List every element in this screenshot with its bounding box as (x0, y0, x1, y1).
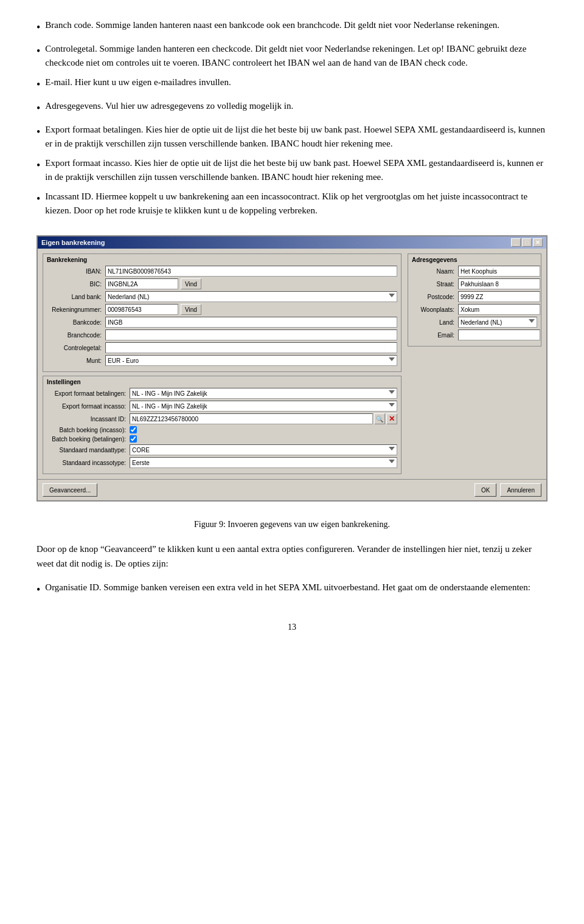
list-item: • Organisatie ID. Sommige banken vereise… (36, 581, 548, 598)
land-bank-select[interactable]: Nederland (NL) (105, 291, 397, 302)
branchcode-label: Branchcode: (47, 332, 102, 339)
rekeningnummer-label: Rekeningnummer: (47, 306, 102, 313)
controlegetal-row: Controlegetal: (47, 342, 397, 353)
list-item: • Export formaat betalingen. Kies hier d… (36, 123, 548, 150)
close-button[interactable]: ✕ (533, 238, 543, 247)
geavanceerd-button[interactable]: Geavanceerd... (43, 483, 97, 497)
export-betalingen-select[interactable]: NL - ING - Mijn ING Zakelijk (130, 388, 397, 399)
body-paragraph: Door op de knop “Geavanceerd” te klikken… (36, 542, 548, 571)
batch-incasso-label: Batch boeking (incasso): (47, 427, 126, 433)
bankrekening-group: Bankrekening IBAN: BIC: Vind Land bank: (43, 253, 401, 372)
iban-label: IBAN: (47, 268, 102, 275)
adresgegevens-group: Adresgegevens Naam: Straat: Postcode: (408, 253, 541, 346)
bullet-text: Organisatie ID. Sommige banken vereisen … (45, 581, 548, 595)
standaard-incassotype-select[interactable]: Eerste (130, 457, 397, 468)
land-bank-row: Land bank: Nederland (NL) (47, 291, 397, 302)
bullet-text: Incassant ID. Hiermee koppelt u uw bankr… (45, 190, 548, 217)
titlebar-buttons: _ □ ✕ (511, 238, 543, 247)
batch-betalingen-row: Batch boeking (betalingen): (47, 435, 397, 443)
bullet-icon: • (36, 77, 40, 93)
bullet-icon: • (36, 43, 40, 60)
dialog-left-panel: Bankrekening IBAN: BIC: Vind Land bank: (43, 253, 401, 474)
woonplaats-label: Woonplaats: (412, 306, 454, 313)
land-label: Land: (412, 319, 454, 326)
iban-row: IBAN: (47, 266, 397, 277)
iban-input[interactable] (105, 266, 397, 277)
standaard-incassotype-label: Standaard incassotype: (47, 460, 126, 466)
bullet-list: • Branch code. Sommige landen hanteren n… (36, 18, 548, 217)
woonplaats-row: Woonplaats: (412, 304, 537, 315)
rekeningnummer-input[interactable] (105, 304, 178, 315)
page-content: • Branch code. Sommige landen hanteren n… (36, 18, 548, 632)
list-item: • Export formaat incasso. Kies hier de o… (36, 156, 548, 184)
standaard-mandaattype-select[interactable]: CORE (130, 444, 397, 455)
batch-betalingen-checkbox[interactable] (130, 435, 137, 443)
bullet-icon: • (36, 124, 40, 140)
naam-input[interactable] (458, 266, 540, 277)
incassant-id-label: Incassant ID: (47, 416, 126, 422)
bullet-icon: • (36, 19, 40, 36)
bullet-icon: • (36, 191, 40, 207)
bic-input[interactable] (105, 278, 178, 289)
standaard-mandaattype-row: Standaard mandaattype: CORE (47, 444, 397, 455)
batch-incasso-row: Batch boeking (incasso): (47, 426, 397, 433)
controlegetal-label: Controlegetal: (47, 345, 102, 351)
dialog-titlebar: Eigen bankrekening _ □ ✕ (38, 236, 546, 249)
bullet-text: Adresgegevens. Vul hier uw adresgegevens… (45, 99, 548, 113)
minimize-button[interactable]: _ (511, 238, 521, 247)
branchcode-input[interactable] (105, 329, 397, 340)
list-item: • Controlegetal. Sommige landen hanteren… (36, 42, 548, 69)
standaard-incassotype-row: Standaard incassotype: Eerste (47, 457, 397, 468)
annuleren-button[interactable]: Annuleren (500, 483, 541, 497)
list-item: • Branch code. Sommige landen hanteren n… (36, 18, 548, 36)
batch-incasso-checkbox[interactable] (130, 426, 137, 433)
maximize-button[interactable]: □ (522, 238, 532, 247)
eigen-bankrekening-dialog: Eigen bankrekening _ □ ✕ Bankrekening IB… (36, 235, 548, 502)
bullet-text: Branch code. Sommige landen hanteren naa… (45, 18, 548, 32)
bankcode-input[interactable] (105, 317, 397, 328)
bullet-text: Controlegetal. Sommige landen hanteren e… (45, 42, 548, 69)
bullet-icon: • (36, 100, 40, 117)
page-number: 13 (36, 622, 548, 632)
rekeningnummer-find-button[interactable]: Vind (181, 304, 201, 315)
rekeningnummer-row: Rekeningnummer: Vind (47, 304, 397, 315)
bullet-icon: • (36, 582, 40, 598)
bullet-icon: • (36, 157, 40, 174)
bic-find-button[interactable]: Vind (181, 278, 201, 289)
land-select[interactable]: Nederland (NL) (458, 317, 537, 328)
incassant-search-button[interactable]: 🔍 (374, 413, 385, 424)
incassant-clear-button[interactable]: ✕ (386, 413, 397, 424)
export-incasso-row: Export formaat incasso: NL - ING - Mijn … (47, 401, 397, 412)
figure-caption: Figuur 9: Invoeren gegevens van uw eigen… (36, 520, 548, 529)
bullet-text: Export formaat betalingen. Kies hier de … (45, 123, 548, 150)
woonplaats-input[interactable] (458, 304, 540, 315)
postcode-label: Postcode: (412, 294, 454, 300)
email-row: Email: (412, 329, 537, 340)
dialog-footer: Geavanceerd... OK Annuleren (38, 479, 546, 500)
export-incasso-select[interactable]: NL - ING - Mijn ING Zakelijk (130, 401, 397, 412)
footer-left: Geavanceerd... (43, 483, 97, 497)
land-bank-label: Land bank: (47, 294, 102, 300)
email-input[interactable] (458, 329, 540, 340)
instellingen-group: Instellingen Export formaat betalingen: … (43, 376, 401, 474)
controlegetal-input[interactable] (105, 342, 397, 353)
incassant-id-row: Incassant ID: 🔍 ✕ (47, 413, 397, 424)
email-label: Email: (412, 332, 454, 339)
dialog-right-panel: Adresgegevens Naam: Straat: Postcode: (408, 253, 541, 474)
ok-button[interactable]: OK (474, 483, 496, 497)
incassant-id-input[interactable] (130, 413, 373, 424)
batch-betalingen-label: Batch boeking (betalingen): (47, 436, 126, 443)
naam-row: Naam: (412, 266, 537, 277)
munt-row: Munt: EUR - Euro (47, 355, 397, 366)
bullet-list-2: • Organisatie ID. Sommige banken vereise… (36, 581, 548, 598)
munt-select[interactable]: EUR - Euro (105, 355, 397, 366)
dialog-body: Bankrekening IBAN: BIC: Vind Land bank: (38, 249, 546, 479)
bankcode-label: Bankcode: (47, 319, 102, 326)
export-incasso-label: Export formaat incasso: (47, 403, 126, 410)
straat-input[interactable] (458, 278, 540, 289)
bankcode-row: Bankcode: (47, 317, 397, 328)
naam-label: Naam: (412, 268, 454, 275)
bullet-text: E-mail. Hier kunt u uw eigen e-mailadres… (45, 75, 548, 89)
postcode-input[interactable] (458, 291, 540, 302)
bullet-text: Export formaat incasso. Kies hier de opt… (45, 156, 548, 184)
